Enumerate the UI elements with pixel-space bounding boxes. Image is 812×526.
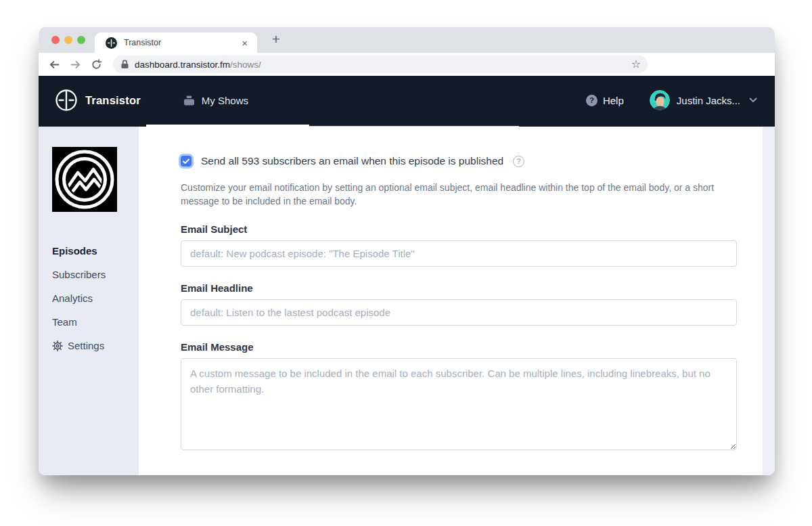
scrolled-header-sliver xyxy=(39,125,775,127)
main-row: Episodes Subscribers Analytics Team Sett… xyxy=(39,127,775,475)
address-bar-input[interactable]: dashboard.transistor.fm/shows/ ☆ xyxy=(113,56,648,73)
browser-window: Transistor × + dashboard xyxy=(39,27,775,475)
sidebar-item-label: Team xyxy=(52,316,77,328)
chevron-down-icon[interactable] xyxy=(749,97,757,103)
minimize-window-button[interactable] xyxy=(64,36,72,44)
lock-icon xyxy=(120,60,129,69)
sidebar-item-team[interactable]: Team xyxy=(52,310,139,334)
my-shows-link[interactable]: My Shows xyxy=(183,95,248,106)
user-name[interactable]: Justin Jacks... xyxy=(677,95,740,106)
page-scrollbar-track[interactable] xyxy=(763,127,775,475)
transistor-brand[interactable]: Transistor xyxy=(55,89,141,112)
email-subject-label: Email Subject xyxy=(181,223,737,235)
sidebar-item-analytics[interactable]: Analytics xyxy=(52,286,139,310)
help-tooltip-icon[interactable]: ? xyxy=(513,156,524,167)
email-message-textarea[interactable] xyxy=(181,358,737,450)
transistor-favicon-icon xyxy=(106,37,117,49)
send-email-label: Send all 593 subscribers an email when t… xyxy=(201,155,503,167)
email-headline-input[interactable] xyxy=(181,299,737,326)
shows-briefcase-icon xyxy=(183,95,196,106)
email-notification-form: Send all 593 subscribers an email when t… xyxy=(139,127,763,475)
send-email-checkbox-row: Send all 593 subscribers an email when t… xyxy=(181,155,737,167)
tab-close-icon[interactable]: × xyxy=(240,37,249,49)
sidebar-item-subscribers[interactable]: Subscribers xyxy=(52,263,139,286)
zoom-window-button[interactable] xyxy=(77,36,85,44)
email-message-field-group: Email Message xyxy=(181,341,737,453)
tab-title: Transistor xyxy=(124,38,240,47)
url-text: dashboard.transistor.fm/shows/ xyxy=(135,60,261,70)
email-headline-label: Email Headline xyxy=(181,282,737,294)
browser-tab[interactable]: Transistor × xyxy=(95,32,257,53)
send-email-checkbox[interactable] xyxy=(181,156,191,167)
app-navbar: Transistor My Shows ? Help xyxy=(39,76,775,125)
bookmark-star-icon[interactable]: ☆ xyxy=(631,59,641,70)
my-shows-label: My Shows xyxy=(202,95,248,106)
forward-icon[interactable] xyxy=(66,56,84,73)
url-path: /shows/ xyxy=(230,60,261,70)
show-sidebar: Episodes Subscribers Analytics Team Sett… xyxy=(39,127,139,475)
show-artwork[interactable] xyxy=(52,147,117,212)
email-customize-description: Customize your email notification by set… xyxy=(181,181,727,208)
tab-strip: Transistor × + xyxy=(39,27,775,53)
url-bar: dashboard.transistor.fm/shows/ ☆ xyxy=(39,53,775,76)
sidebar-item-label: Episodes xyxy=(52,245,97,257)
gear-icon xyxy=(52,341,63,351)
scrolled-border-sliver xyxy=(309,126,519,127)
sidebar-item-episodes[interactable]: Episodes xyxy=(52,239,139,263)
new-tab-button[interactable]: + xyxy=(266,29,286,49)
email-subject-field-group: Email Subject xyxy=(181,223,737,267)
email-headline-field-group: Email Headline xyxy=(181,282,737,326)
help-label: Help xyxy=(603,95,624,106)
sidebar-item-label: Settings xyxy=(68,340,104,351)
help-icon: ? xyxy=(586,95,597,106)
window-controls xyxy=(51,36,85,44)
sidebar-item-label: Subscribers xyxy=(52,269,106,280)
user-avatar[interactable] xyxy=(650,90,670,110)
sidebar-item-label: Analytics xyxy=(52,292,93,304)
close-window-button[interactable] xyxy=(51,36,60,44)
brand-name: Transistor xyxy=(85,94,141,107)
email-message-label: Email Message xyxy=(181,341,737,353)
help-link[interactable]: ? Help xyxy=(586,95,624,106)
transistor-logo-icon xyxy=(55,89,78,112)
scrolled-tab-sliver xyxy=(146,125,309,127)
url-domain: dashboard.transistor.fm xyxy=(135,60,230,70)
navbar-right: ? Help Justin Jacks... xyxy=(586,90,757,110)
back-icon[interactable] xyxy=(45,56,63,73)
sidebar-nav: Episodes Subscribers Analytics Team Sett… xyxy=(52,239,139,357)
sidebar-item-settings[interactable]: Settings xyxy=(52,334,139,357)
email-subject-input[interactable] xyxy=(181,240,737,267)
reload-icon[interactable] xyxy=(87,56,105,73)
